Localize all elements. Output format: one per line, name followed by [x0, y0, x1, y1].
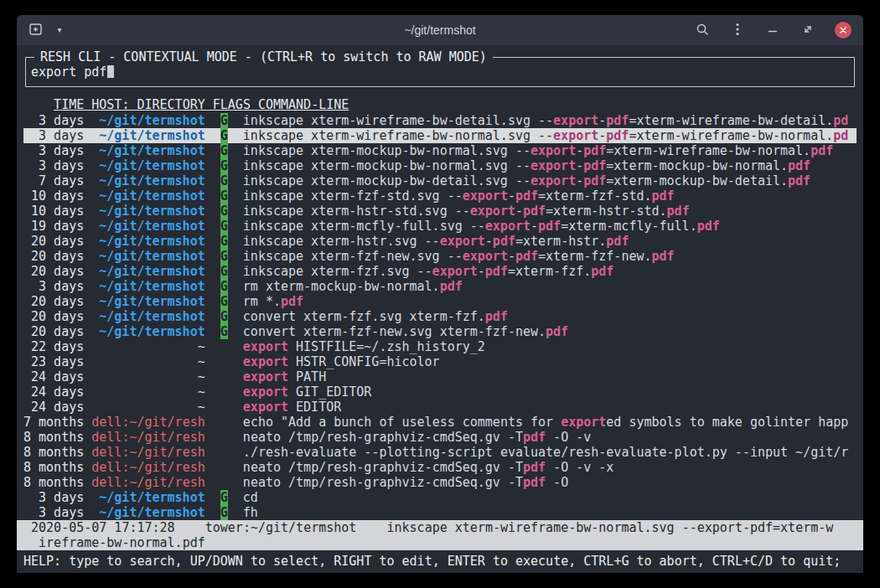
row-flag [220, 415, 228, 430]
search-button[interactable] [694, 22, 711, 39]
history-row[interactable]: 10 days~/git/termshotGinkscape xterm-hst… [23, 204, 857, 219]
history-row[interactable]: 20 days~/git/termshotGconvert xterm-fzf-… [23, 324, 857, 339]
kebab-menu-icon [735, 22, 740, 39]
history-row[interactable]: 7 days~/git/termshotGinkscape xterm-mock… [23, 173, 857, 188]
history-row[interactable]: 3 days~/git/termshotGcd [23, 490, 857, 505]
row-flag: G [220, 219, 228, 234]
row-time: 19 days [23, 219, 84, 234]
row-host: ~/git/termshot [91, 294, 204, 309]
search-icon [695, 22, 710, 39]
history-row[interactable]: 3 days~/git/termshotGinkscape xterm-wire… [23, 113, 857, 128]
row-command: neato /tmp/resh-graphviz-cmdSeq.gv -Tpdf… [243, 430, 857, 445]
history-row[interactable]: 7 monthsdell:~/git/resh echo "Add a bunc… [23, 415, 857, 430]
row-host: ~/git/termshot [91, 249, 204, 264]
history-row[interactable]: 3 days~/git/termshotGfh [23, 505, 857, 520]
new-tab-button[interactable] [28, 22, 45, 39]
history-row[interactable]: 8 monthsdell:~/git/resh ./resh-evaluate … [23, 445, 857, 460]
row-command: inkscape xterm-wireframe-bw-detail.svg -… [243, 113, 857, 128]
row-host: ~/git/termshot [91, 204, 204, 219]
row-time: 20 days [23, 309, 84, 324]
history-row[interactable]: 24 days~ export PATH [23, 369, 857, 384]
row-flag [220, 400, 228, 415]
row-command: export HISTFILE=~/.zsh_history_2 [243, 339, 857, 354]
row-host: ~/git/termshot [91, 505, 204, 520]
history-row[interactable]: 3 days~/git/termshotGinkscape xterm-mock… [23, 158, 857, 173]
history-row[interactable]: 3 days~/git/termshotGinkscape xterm-mock… [23, 143, 857, 158]
status-bar: 2020-05-07 17:17:28 tower:~/git/termshot… [17, 520, 863, 550]
row-time: 8 months [23, 475, 84, 490]
row-time: 3 days [23, 128, 84, 143]
query-text: export pdf [31, 64, 106, 80]
history-row[interactable]: 8 monthsdell:~/git/resh neato /tmp/resh-… [23, 460, 857, 475]
search-input[interactable]: export pdf [31, 64, 114, 80]
minimize-icon [767, 23, 779, 38]
text-cursor [107, 65, 114, 78]
terminal-window: ▾ ~/git/termshot [17, 15, 863, 573]
screen: ▾ ~/git/termshot [0, 0, 880, 588]
row-flag: G [220, 234, 228, 249]
row-flag: G [220, 324, 228, 339]
row-command: export PATH [243, 369, 857, 384]
close-icon [839, 23, 847, 37]
row-time: 24 days [23, 369, 84, 384]
history-row[interactable]: 20 days~/git/termshotGinkscape xterm-fzf… [23, 264, 857, 279]
row-host: ~/git/termshot [91, 234, 204, 249]
row-flag [220, 460, 228, 475]
history-row[interactable]: 24 days~ export EDITOR [23, 400, 857, 415]
row-host: ~/git/termshot [91, 188, 204, 204]
row-flag [220, 369, 228, 384]
row-time: 10 days [23, 204, 84, 219]
new-tab-icon [29, 23, 44, 39]
row-host: dell:~/git/resh [91, 475, 204, 490]
titlebar-right-group [694, 22, 852, 39]
history-row[interactable]: 3 days~/git/termshotGrm xterm-mockup-bw-… [23, 279, 857, 294]
row-flag [220, 354, 228, 369]
row-time: 20 days [23, 234, 84, 249]
history-row[interactable]: 3 days~/git/termshotGinkscape xterm-wire… [23, 128, 857, 143]
row-host: ~ [91, 354, 204, 369]
menu-button[interactable] [729, 22, 746, 39]
row-host: dell:~/git/resh [91, 415, 204, 430]
row-time: 8 months [23, 460, 84, 475]
history-row[interactable]: 8 monthsdell:~/git/resh neato /tmp/resh-… [23, 430, 857, 445]
row-command: rm xterm-mockup-bw-normal.pdf [243, 279, 857, 294]
restore-button[interactable] [800, 22, 816, 39]
history-row[interactable]: 22 days~ export HISTFILE=~/.zsh_history_… [23, 339, 857, 354]
row-time: 10 days [23, 188, 84, 204]
row-command: convert xterm-fzf.svg xterm-fzf.pdf [243, 309, 857, 324]
history-row[interactable]: 8 monthsdell:~/git/resh neato /tmp/resh-… [23, 475, 857, 490]
status-line-2: ireframe-bw-normal.pdf [23, 535, 857, 550]
row-flag: G [220, 279, 228, 294]
row-command: inkscape xterm-hstr-std.svg --export-pdf… [243, 204, 857, 219]
history-row[interactable]: 20 days~/git/termshotGinkscape xterm-hst… [23, 234, 857, 249]
row-time: 3 days [23, 279, 84, 294]
terminal-screen: RESH CLI - CONTEXTUAL MODE - (CTRL+R to … [17, 45, 863, 573]
minimize-button[interactable] [764, 22, 781, 39]
row-host: ~/git/termshot [91, 309, 204, 324]
history-row[interactable]: 20 days~/git/termshotGinkscape xterm-fzf… [23, 249, 857, 264]
history-row[interactable]: 10 days~/git/termshotGinkscape xterm-fzf… [23, 188, 857, 204]
status-line-1: 2020-05-07 17:17:28 tower:~/git/termshot… [23, 520, 857, 535]
row-flag: G [220, 204, 228, 219]
history-row[interactable]: 20 days~/git/termshotGconvert xterm-fzf.… [23, 309, 857, 324]
row-host: ~/git/termshot [91, 279, 204, 294]
row-command: fh [243, 505, 857, 520]
tab-dropdown-button[interactable]: ▾ [51, 22, 68, 39]
row-flag: G [220, 249, 228, 264]
row-time: 20 days [23, 294, 84, 309]
row-flag: G [220, 264, 228, 279]
row-time: 7 months [23, 415, 84, 430]
row-flag: G [220, 143, 228, 158]
row-command: neato /tmp/resh-graphviz-cmdSeq.gv -Tpdf… [243, 475, 857, 490]
history-row[interactable]: 24 days~ export GIT_EDITOR [23, 384, 857, 400]
row-command: inkscape xterm-mockup-bw-detail.svg --ex… [243, 173, 857, 188]
row-host: ~/git/termshot [91, 158, 204, 173]
close-button[interactable] [835, 22, 852, 39]
row-command: ./resh-evaluate --plotting-script evalua… [243, 445, 857, 460]
row-flag: G [220, 173, 228, 188]
row-flag [220, 475, 228, 490]
history-row[interactable]: 19 days~/git/termshotGinkscape xterm-mcf… [23, 219, 857, 234]
history-row[interactable]: 23 days~ export HSTR_CONFIG=hicolor [23, 354, 857, 369]
history-row[interactable]: 20 days~/git/termshotGrm *.pdf [23, 294, 857, 309]
row-command: neato /tmp/resh-graphviz-cmdSeq.gv -Tpdf… [243, 460, 857, 475]
